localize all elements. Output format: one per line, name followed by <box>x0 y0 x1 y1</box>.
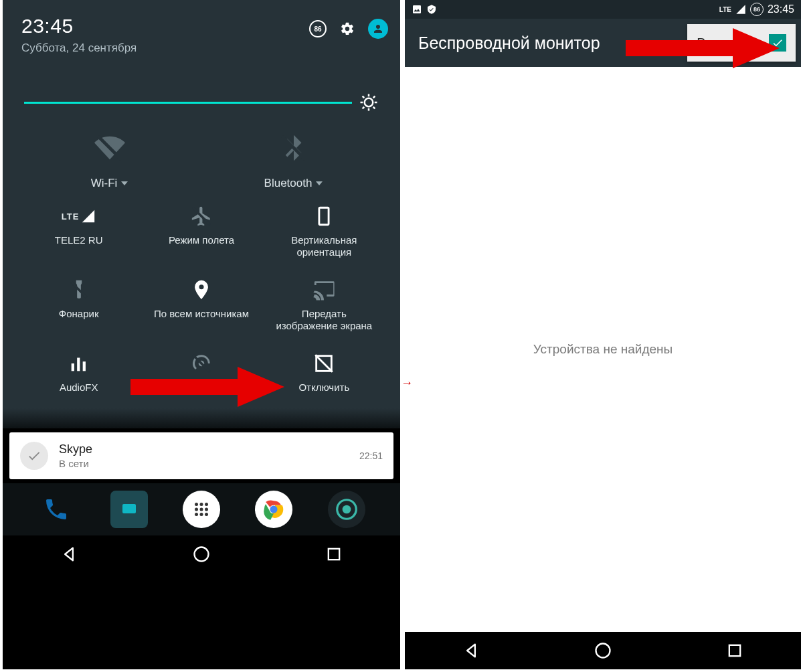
svg-point-28 <box>195 513 198 516</box>
svg-rect-12 <box>319 207 329 225</box>
app-drawer-icon[interactable] <box>183 491 220 528</box>
svg-point-24 <box>205 503 208 506</box>
messages-app-icon[interactable] <box>110 491 148 528</box>
header-icons: 86 <box>309 19 388 39</box>
airplane-tile[interactable]: Режим полета <box>140 205 262 258</box>
svg-line-5 <box>363 96 365 98</box>
svg-point-35 <box>342 505 351 514</box>
nav-recents-icon[interactable] <box>325 545 343 564</box>
nav-back-icon[interactable] <box>462 641 480 660</box>
status-right: LTE 86 23:45 <box>719 3 794 16</box>
status-bar: LTE 86 23:45 <box>405 0 801 19</box>
chevron-down-icon <box>121 181 128 185</box>
brightness-track[interactable] <box>24 102 352 104</box>
svg-rect-38 <box>413 5 421 13</box>
svg-point-36 <box>195 548 209 562</box>
hotspot-tile[interactable]: Точка доступа <box>140 352 262 394</box>
image-icon <box>412 4 422 15</box>
svg-point-30 <box>205 513 208 516</box>
camera-app-icon[interactable] <box>328 491 365 528</box>
qs-header: 23:45 Суббота, 24 сентября 86 <box>3 0 400 64</box>
disable-tile[interactable]: Отключить <box>263 352 385 394</box>
panel-shadow <box>3 408 400 428</box>
clock-date[interactable]: Суббота, 24 сентября <box>21 41 137 55</box>
profile-avatar-icon[interactable] <box>368 19 388 39</box>
location-icon <box>190 278 213 301</box>
svg-rect-14 <box>71 363 74 371</box>
nav-bar <box>405 632 801 669</box>
status-time: 23:45 <box>768 3 794 15</box>
clock-time[interactable]: 23:45 <box>21 15 137 37</box>
notification-subtitle: В сети <box>59 458 349 469</box>
rotation-tile[interactable]: Вертикальнаяориентация <box>263 205 385 258</box>
svg-line-6 <box>373 107 375 109</box>
wifi-label: Wi-Fi <box>91 177 128 190</box>
location-label: По всем источникам <box>154 308 249 320</box>
cast-tile[interactable]: Передатьизображение экрана <box>263 278 385 332</box>
wifi-off-icon <box>94 133 125 163</box>
svg-rect-21 <box>122 504 136 513</box>
svg-point-25 <box>195 508 198 511</box>
flashlight-tile[interactable]: Фонарик <box>17 278 140 332</box>
screen-off-icon <box>313 352 335 375</box>
hotspot-label: Точка доступа <box>169 382 235 394</box>
svg-line-8 <box>373 96 375 98</box>
cast-label: Передатьизображение экрана <box>276 308 372 332</box>
bluetooth-label: Bluetooth <box>264 177 323 190</box>
skype-icon <box>20 442 48 470</box>
nav-home-icon[interactable] <box>594 641 612 660</box>
checkbox-checked-icon[interactable] <box>769 34 786 52</box>
brightness-icon <box>359 92 379 112</box>
svg-point-29 <box>199 513 203 516</box>
portrait-lock-icon <box>313 205 335 228</box>
nav-bar <box>3 535 400 573</box>
wifi-tile[interactable]: Wi-Fi <box>21 133 198 190</box>
home-dock <box>3 483 400 535</box>
airplane-label: Режим полета <box>169 234 234 246</box>
enable-toggle-box[interactable]: Включить <box>687 24 796 62</box>
svg-point-39 <box>596 644 610 658</box>
phone-left: 23:45 Суббота, 24 сентября 86 <box>3 0 400 669</box>
audiofx-label: AudioFX <box>60 382 98 394</box>
check-badge-icon <box>426 4 437 15</box>
empty-state-text: Устройства не найдены <box>533 342 673 357</box>
disable-label: Отключить <box>298 382 349 394</box>
settings-body: Устройства не найдены <box>405 67 801 632</box>
qs-body: Wi-Fi Bluetooth LTE TELE2 RU Режи <box>3 72 400 408</box>
battery-circle-icon: 86 <box>750 3 764 16</box>
settings-gear-icon[interactable] <box>339 20 356 37</box>
equalizer-icon <box>68 352 90 375</box>
svg-point-23 <box>199 503 203 506</box>
nav-recents-icon[interactable] <box>725 641 744 660</box>
cast-icon <box>313 278 335 301</box>
nav-home-icon[interactable] <box>192 545 211 564</box>
svg-rect-37 <box>329 549 339 560</box>
svg-rect-15 <box>77 358 80 371</box>
svg-point-26 <box>199 508 203 511</box>
cellular-label: TELE2 RU <box>55 234 103 246</box>
settings-header: Беспроводной монитор Включить <box>405 19 801 67</box>
phone-app-icon[interactable] <box>37 491 75 528</box>
header-datetime: 23:45 Суббота, 24 сентября <box>21 15 137 55</box>
notification-card[interactable]: Skype В сети 22:51 <box>9 432 393 479</box>
battery-indicator-icon[interactable]: 86 <box>309 20 327 37</box>
airplane-off-icon <box>190 205 213 228</box>
phone-right: LTE 86 23:45 Беспроводной монитор Включи… <box>405 0 801 669</box>
audiofx-tile[interactable]: AudioFX <box>17 352 140 394</box>
hotspot-off-icon <box>190 352 213 375</box>
brightness-slider[interactable] <box>17 84 385 133</box>
quick-settings-panel: 23:45 Суббота, 24 сентября 86 <box>3 0 400 408</box>
bluetooth-tile[interactable]: Bluetooth <box>205 133 382 190</box>
flashlight-label: Фонарик <box>59 308 99 320</box>
svg-point-22 <box>195 503 198 506</box>
notification-title: Skype <box>59 442 349 456</box>
svg-line-7 <box>363 107 365 109</box>
cellular-tile[interactable]: LTE TELE2 RU <box>17 205 140 258</box>
location-tile[interactable]: По всем источникам <box>140 278 262 332</box>
chrome-app-icon[interactable] <box>255 491 292 528</box>
nav-back-icon[interactable] <box>60 545 78 564</box>
bluetooth-off-icon <box>278 133 309 163</box>
qs-top-row: Wi-Fi Bluetooth <box>17 133 385 190</box>
svg-rect-16 <box>82 361 85 371</box>
flashlight-off-icon <box>68 278 90 301</box>
